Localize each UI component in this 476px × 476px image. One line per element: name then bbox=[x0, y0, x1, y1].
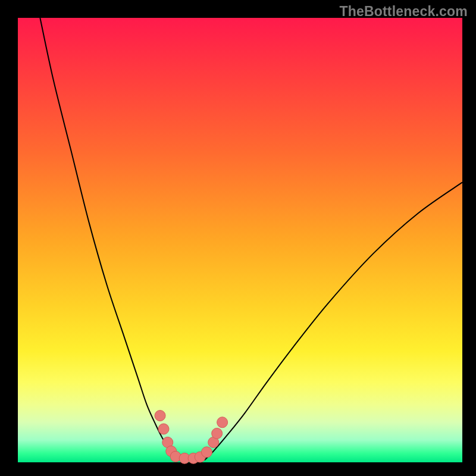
data-point bbox=[217, 417, 228, 428]
data-point bbox=[201, 447, 212, 458]
data-point bbox=[212, 428, 223, 439]
chart-svg bbox=[0, 0, 476, 476]
points-group bbox=[155, 411, 228, 464]
right-curve bbox=[205, 182, 462, 460]
chart-frame: TheBottleneck.com bbox=[0, 0, 476, 476]
left-curve bbox=[40, 18, 182, 460]
data-point bbox=[158, 424, 169, 434]
data-point bbox=[155, 411, 165, 421]
